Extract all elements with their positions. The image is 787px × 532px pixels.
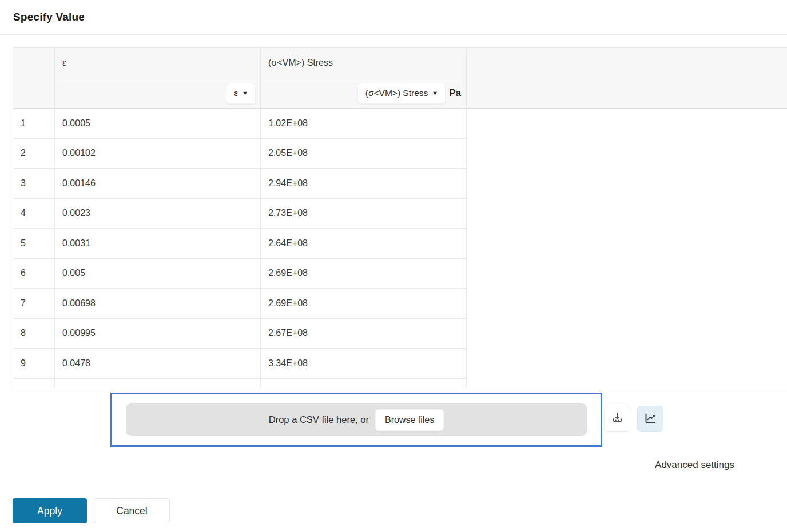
- epsilon-column-label: ε: [55, 48, 260, 78]
- epsilon-cell[interactable]: 0.0478: [55, 349, 261, 378]
- dropzone-text: Drop a CSV file here, or: [269, 414, 369, 425]
- epsilon-dropdown-label: ε: [234, 88, 238, 98]
- table-row: 6 0.005 2.69E+08: [13, 259, 467, 289]
- download-csv-button[interactable]: [604, 406, 630, 432]
- cancel-button[interactable]: Cancel: [94, 498, 170, 523]
- stress-cell[interactable]: 2.05E+08: [261, 139, 467, 169]
- stress-cell[interactable]: 3.34E+08: [261, 349, 467, 378]
- dialog-footer: Apply Cancel: [0, 489, 787, 532]
- epsilon-cell[interactable]: 0.00995: [55, 319, 261, 349]
- epsilon-cell[interactable]: 0.00146: [55, 169, 261, 198]
- header-filler: [467, 48, 787, 108]
- csv-dropzone-inner: Drop a CSV file here, or Browse files: [126, 403, 587, 436]
- table-row: 3 0.00146 2.94E+08: [13, 169, 467, 199]
- row-index-cell: 3: [13, 169, 55, 198]
- row-index-cell: 7: [13, 289, 55, 318]
- epsilon-cell[interactable]: 0.0023: [55, 199, 261, 229]
- stress-column-dropdown[interactable]: (σ<VM>) Stress ▼: [357, 83, 446, 104]
- page-title: Specify Value: [13, 11, 85, 23]
- row-index-cell: [13, 379, 55, 387]
- table-bottom-border: [13, 389, 787, 389]
- table-row: 7 0.00698 2.69E+08: [13, 289, 467, 319]
- epsilon-cell[interactable]: 0.0031: [55, 229, 261, 258]
- stress-column-label: (σ<VM>) Stress: [261, 48, 466, 78]
- stress-cell[interactable]: 2.94E+08: [261, 169, 467, 198]
- stress-cell[interactable]: 2.69E+08: [261, 289, 467, 318]
- row-index-cell: 1: [13, 109, 55, 138]
- caret-down-icon: ▼: [242, 91, 248, 96]
- titlebar: Specify Value: [0, 0, 787, 35]
- table-row: 5 0.0031 2.64E+08: [13, 229, 467, 259]
- stress-dropdown-label: (σ<VM>) Stress: [365, 88, 428, 98]
- caret-down-icon: ▼: [432, 91, 438, 96]
- row-index-header-cell: [13, 48, 55, 108]
- row-index-cell: 5: [13, 229, 55, 258]
- stress-cell[interactable]: 2.73E+08: [261, 199, 467, 229]
- stress-cell[interactable]: [261, 379, 467, 387]
- epsilon-column-header: ε ε ▼: [55, 48, 261, 108]
- stress-cell[interactable]: 1.02E+08: [261, 109, 467, 138]
- stress-column-header: (σ<VM>) Stress (σ<VM>) Stress ▼ Pa: [261, 48, 467, 108]
- table-body: 1 0.0005 1.02E+08 2 0.00102 2.05E+08 3 0…: [13, 109, 467, 387]
- advanced-settings-link[interactable]: Advanced settings: [655, 459, 734, 471]
- stress-cell[interactable]: 2.67E+08: [261, 319, 467, 349]
- table-row: 9 0.0478 3.34E+08: [13, 349, 467, 379]
- row-index-cell: 8: [13, 319, 55, 349]
- epsilon-cell[interactable]: [55, 379, 261, 387]
- table-row: 4 0.0023 2.73E+08: [13, 199, 467, 229]
- table-row: 8 0.00995 2.67E+08: [13, 319, 467, 349]
- epsilon-cell[interactable]: 0.00698: [55, 289, 261, 318]
- download-icon: [611, 411, 624, 426]
- row-index-cell: 9: [13, 349, 55, 378]
- stress-cell[interactable]: 2.69E+08: [261, 259, 467, 289]
- epsilon-cell[interactable]: 0.0005: [55, 109, 261, 138]
- epsilon-column-dropdown[interactable]: ε ▼: [226, 83, 256, 104]
- stress-unit-label: Pa: [449, 87, 462, 99]
- apply-button[interactable]: Apply: [13, 498, 87, 523]
- table-row: 2 0.00102 2.05E+08: [13, 139, 467, 169]
- row-index-cell: 2: [13, 139, 55, 169]
- stress-cell[interactable]: 2.64E+08: [261, 229, 467, 258]
- browse-files-button[interactable]: Browse files: [375, 409, 444, 431]
- epsilon-cell[interactable]: 0.005: [55, 259, 261, 289]
- table-header: ε ε ▼ (σ<VM>) Stress (σ<VM>) Stress ▼ Pa: [13, 47, 787, 109]
- line-chart-icon: [643, 411, 657, 427]
- specify-value-dialog: Specify Value ε ε ▼ (σ<VM>) Stress (σ<VM…: [0, 0, 787, 532]
- table-row-partial: [13, 379, 467, 387]
- show-chart-button[interactable]: [637, 406, 663, 432]
- csv-dropzone[interactable]: Drop a CSV file here, or Browse files: [110, 393, 602, 447]
- row-index-cell: 6: [13, 259, 55, 289]
- epsilon-cell[interactable]: 0.00102: [55, 139, 261, 169]
- row-index-cell: 4: [13, 199, 55, 229]
- table-row: 1 0.0005 1.02E+08: [13, 109, 467, 139]
